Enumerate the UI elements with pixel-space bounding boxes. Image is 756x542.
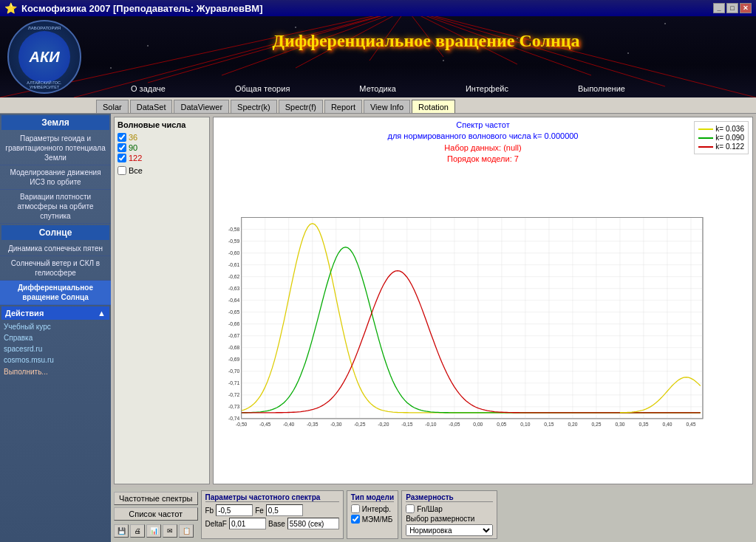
svg-text:-0,10: -0,10 xyxy=(425,422,437,427)
fn-shar-radio[interactable]: Fn/Шар xyxy=(406,504,493,513)
nav-item-method[interactable]: Методика xyxy=(356,83,399,94)
legend-label-036: k= 0.036 xyxy=(715,125,744,133)
all-label: Все xyxy=(129,166,143,175)
legend-label-122: k= 0.122 xyxy=(715,143,744,151)
wave-check-90[interactable]: 90 xyxy=(118,143,206,153)
tab-report[interactable]: Report xyxy=(324,100,362,113)
interf-checkbox[interactable] xyxy=(351,504,360,513)
app-icon: ⭐ xyxy=(4,2,17,14)
close-button[interactable]: ✕ xyxy=(740,3,752,13)
actions-arrow-icon: ▲ xyxy=(98,309,106,318)
chart-icon-button[interactable]: 📊 xyxy=(146,524,161,538)
sidebar-link-help[interactable]: Справка xyxy=(0,332,111,343)
freq-spectra-button[interactable]: Частотные спектры xyxy=(114,492,198,505)
param-panels: Параметры частотного спектра Fb Fe Delta… xyxy=(201,490,498,539)
sidebar-item-solar-wind[interactable]: Солнечный ветер и СКЛ в гелиосфере xyxy=(0,256,111,281)
dimension-panel: Размерность Fn/Шар Выбор размерности Нор… xyxy=(401,490,497,539)
nav-item-interface[interactable]: Интерфейс xyxy=(463,83,511,94)
interf-check[interactable]: Интерф. xyxy=(351,504,394,513)
svg-text:-0,74: -0,74 xyxy=(228,416,240,421)
logo-inner: АКИ xyxy=(18,31,70,83)
fe-input[interactable] xyxy=(266,504,303,516)
mem-mb-check[interactable]: МЭМ/МБ xyxy=(351,515,394,524)
save-icon-button[interactable]: 💾 xyxy=(114,524,129,538)
sidebar-section-sun: Солнце xyxy=(1,225,109,240)
tab-solar[interactable]: Solar xyxy=(96,100,129,113)
deltaf-input[interactable] xyxy=(229,518,266,529)
notes-icon-button[interactable]: 📋 xyxy=(179,524,194,538)
tab-spectrk[interactable]: Spectr(k) xyxy=(231,100,277,113)
freq-list-button[interactable]: Список частот xyxy=(114,507,198,521)
svg-text:0,05: 0,05 xyxy=(497,422,506,427)
svg-text:-0,72: -0,72 xyxy=(228,392,240,397)
model-type-panel: Тип модели Интерф. МЭМ/МБ xyxy=(347,490,398,539)
wave-checkbox-36[interactable] xyxy=(118,133,126,142)
wave-check-36[interactable]: 36 xyxy=(118,132,206,143)
sidebar: Земля Параметры геоида и гравитационного… xyxy=(0,114,111,542)
tab-dataviewer[interactable]: DataViewer xyxy=(174,100,229,113)
svg-text:0,30: 0,30 xyxy=(615,422,624,427)
fb-input[interactable] xyxy=(216,504,253,516)
sidebar-item-sunspots[interactable]: Динамика солнечных пятен xyxy=(0,241,111,256)
main-layout: Земля Параметры геоида и гравитационного… xyxy=(0,114,756,542)
tab-viewinfo[interactable]: View Info xyxy=(364,100,410,113)
base-input[interactable] xyxy=(287,518,339,529)
mail-icon-button[interactable]: ✉ xyxy=(163,524,177,538)
mem-mb-checkbox[interactable] xyxy=(351,515,360,524)
svg-text:0,15: 0,15 xyxy=(544,422,554,427)
wave-label-36: 36 xyxy=(129,133,137,142)
tab-dataset[interactable]: DataSet xyxy=(130,100,173,113)
model-type-title: Тип модели xyxy=(351,493,394,502)
all-checkbox[interactable] xyxy=(118,166,126,175)
freq-params-title: Параметры частотного спектра xyxy=(205,493,339,502)
dimension-select[interactable]: Нормировка Гц рад/с xyxy=(406,524,493,536)
sidebar-section-earth: Земля xyxy=(1,115,109,130)
svg-text:0,20: 0,20 xyxy=(568,422,577,427)
sidebar-link-cosmos[interactable]: cosmos.msu.ru xyxy=(0,354,111,366)
legend-color-122 xyxy=(698,146,713,148)
minimize-button[interactable]: _ xyxy=(713,3,725,13)
wave-label-122: 122 xyxy=(129,154,142,162)
svg-text:-0,70: -0,70 xyxy=(228,368,240,374)
sidebar-link-course[interactable]: Учебный курс xyxy=(0,321,111,332)
sidebar-actions[interactable]: Действия ▲ xyxy=(1,306,109,320)
tab-rotation[interactable]: Rotation xyxy=(412,100,455,113)
sidebar-link-spacesrd[interactable]: spacesrd.ru xyxy=(0,343,111,354)
wave-checkbox-122[interactable] xyxy=(118,154,126,162)
deltaf-label: DeltaF xyxy=(205,520,227,528)
wave-check-122[interactable]: 122 xyxy=(118,153,206,163)
svg-text:-0,58: -0,58 xyxy=(228,227,240,232)
wave-checkbox-90[interactable] xyxy=(118,143,126,152)
sidebar-item-diff-rotation[interactable]: Дифференциальное вращение Солнца xyxy=(0,281,111,305)
wave-numbers-panel: Волновые числа 36 90 122 Все xyxy=(114,117,210,484)
all-check[interactable]: Все xyxy=(118,166,206,175)
svg-text:-0,73: -0,73 xyxy=(228,404,240,409)
content-area: Волновые числа 36 90 122 Все xyxy=(111,114,756,542)
chart-legend: k= 0.036 k= 0.090 k= 0.122 xyxy=(694,121,749,154)
sidebar-item-atmosphere[interactable]: Вариации плотности атмосферы на орбите с… xyxy=(0,190,111,224)
fb-row: Fb Fe xyxy=(205,504,339,516)
tab-spectrf[interactable]: Spectr(f) xyxy=(279,100,323,113)
sidebar-item-geoid[interactable]: Параметры геоида и гравитационного потен… xyxy=(0,131,111,165)
chart-svg: -0,74-0,73-0,72-0,71-0,70-0,69-0,68-0,67… xyxy=(214,162,752,484)
sidebar-execute[interactable]: Выполнить... xyxy=(0,366,111,378)
svg-text:-0,71: -0,71 xyxy=(228,380,240,385)
sidebar-item-iss[interactable]: Моделирование движения ИСЗ по орбите xyxy=(0,165,111,190)
legend-item-090: k= 0.090 xyxy=(698,134,744,142)
print-icon-button[interactable]: 🖨 xyxy=(130,524,145,538)
nav-item-about[interactable]: О задаче xyxy=(128,83,168,94)
maximize-button[interactable]: □ xyxy=(726,3,738,13)
interf-label: Интерф. xyxy=(362,505,391,513)
mem-mb-label: МЭМ/МБ xyxy=(362,515,393,524)
legend-color-036 xyxy=(698,128,713,130)
svg-text:0,00: 0,00 xyxy=(473,422,483,427)
svg-text:0,40: 0,40 xyxy=(662,422,672,427)
nav-item-execute[interactable]: Выполнение xyxy=(575,83,628,94)
fn-shar-checkbox[interactable] xyxy=(406,504,415,513)
svg-text:-0,65: -0,65 xyxy=(228,309,240,315)
svg-text:-0,40: -0,40 xyxy=(283,422,295,427)
bottom-controls: Частотные спектры Список частот 💾 🖨 📊 ✉ … xyxy=(111,487,756,542)
title-bar-controls[interactable]: _ □ ✕ xyxy=(713,3,752,13)
nav-item-theory[interactable]: Общая теория xyxy=(232,83,293,94)
wave-label-90: 90 xyxy=(129,143,137,152)
